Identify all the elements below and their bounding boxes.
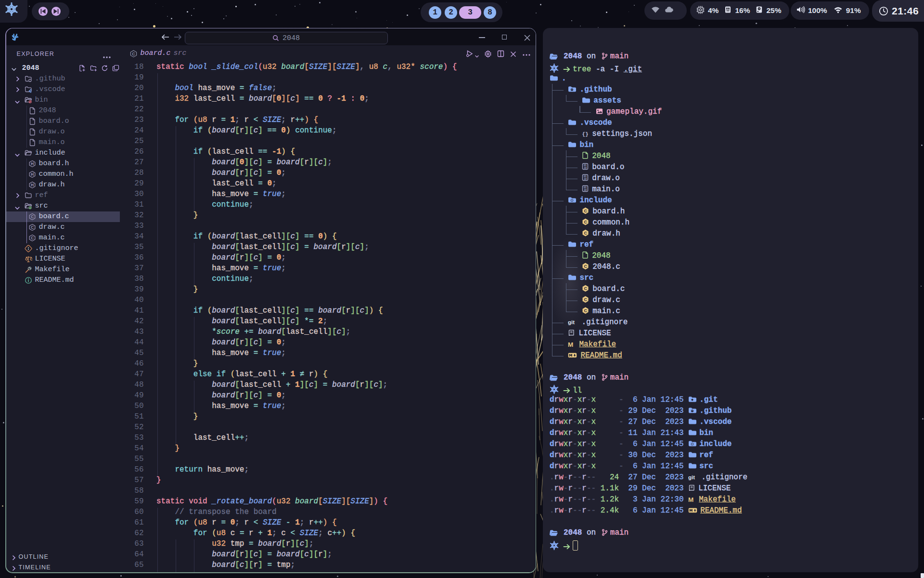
svg-text:C: C (584, 286, 588, 291)
svg-text:C: C (584, 231, 588, 236)
svg-text:10: 10 (584, 166, 587, 169)
svg-text:H: H (30, 172, 33, 177)
svg-text:M: M (688, 496, 693, 502)
svg-text:C: C (30, 236, 33, 240)
svg-text:C: C (584, 297, 588, 302)
svg-text:git: git (568, 319, 575, 325)
svg-text:C: C (30, 214, 33, 219)
svg-text:C: C (584, 308, 588, 313)
svg-text:{}: {} (582, 131, 589, 137)
svg-text:C: C (132, 52, 135, 56)
svg-text:10: 10 (584, 188, 587, 191)
svg-text:H: H (30, 183, 33, 187)
svg-text:C: C (584, 220, 588, 224)
svg-text:git: git (688, 474, 695, 480)
svg-text:C: C (584, 209, 588, 213)
svg-text:H: H (30, 161, 33, 166)
svg-text:M: M (568, 341, 573, 347)
svg-text:C: C (30, 225, 33, 230)
svg-text:C: C (584, 264, 588, 269)
svg-text:10: 10 (584, 177, 587, 180)
